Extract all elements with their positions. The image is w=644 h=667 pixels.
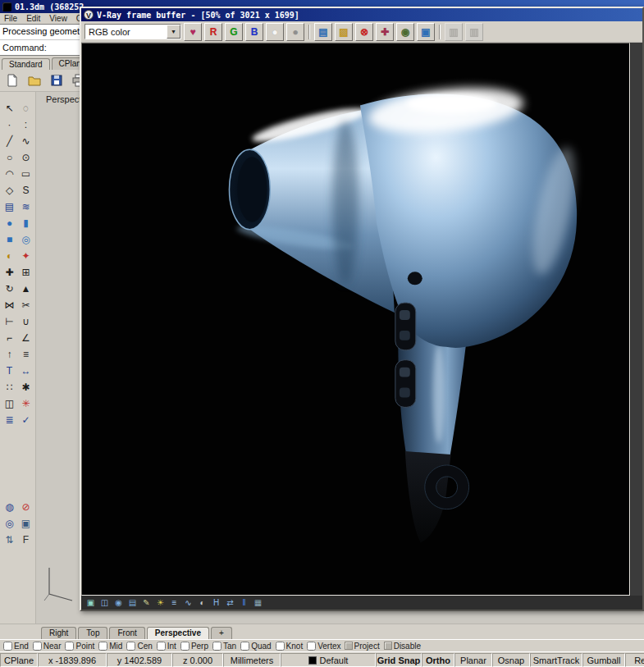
sphere-tool[interactable]: ● xyxy=(2,215,18,231)
status-z-coordinate[interactable]: z 0.000 xyxy=(172,653,223,667)
osnap-cen[interactable]: Cen xyxy=(126,642,152,651)
spotlight-tool[interactable]: ✦ xyxy=(18,248,34,264)
curve-tool[interactable]: ∿ xyxy=(18,133,34,149)
copy-clipboard-tool[interactable]: ◍ xyxy=(2,499,18,515)
point-cloud-tool[interactable]: : xyxy=(18,116,34,133)
osnap-mid[interactable]: Mid xyxy=(98,642,122,651)
filter-tool[interactable]: F xyxy=(18,532,34,548)
chevron-down-icon[interactable]: ▼ xyxy=(167,25,180,39)
status-planar[interactable]: Planar xyxy=(454,653,492,667)
green-channel-button[interactable]: G xyxy=(225,23,243,41)
osnap-end-checkbox[interactable] xyxy=(3,642,12,651)
open-file-button[interactable] xyxy=(25,71,44,89)
swap-tool[interactable]: ⇅ xyxy=(2,532,18,548)
save-file-button[interactable] xyxy=(47,71,66,89)
polar-array-tool[interactable]: ✱ xyxy=(18,379,34,395)
blue-channel-button[interactable]: B xyxy=(245,23,263,41)
osnap-point[interactable]: Point xyxy=(65,642,94,651)
osnap-point-checkbox[interactable] xyxy=(65,642,74,651)
vfb-exposure-icon[interactable]: ◐ xyxy=(197,597,208,608)
osnap-vertex[interactable]: Vertex xyxy=(307,642,340,651)
cylinder-tool[interactable]: ▮ xyxy=(18,215,34,231)
box-tool[interactable]: ■ xyxy=(2,231,18,248)
viewport-tab-front[interactable]: Front xyxy=(109,627,144,639)
vfb-pause-icon[interactable]: ‖ xyxy=(239,597,249,608)
status-smarttrack[interactable]: SmartTrack xyxy=(530,653,582,667)
osnap-tan-checkbox[interactable] xyxy=(212,642,222,651)
rotate-tool[interactable]: ↻ xyxy=(2,281,18,297)
vfb-curves-icon[interactable]: ∿ xyxy=(183,597,194,608)
vfb-history-icon[interactable]: H xyxy=(211,597,222,608)
track-mouse-button[interactable]: ◉ xyxy=(396,23,414,41)
stereo-button[interactable]: ▥ xyxy=(445,23,463,41)
torus-tool[interactable]: ◎ xyxy=(18,231,34,248)
surface-tool[interactable]: ▤ xyxy=(2,199,18,215)
osnap-knot-checkbox[interactable] xyxy=(276,642,285,651)
mirror-tool[interactable]: ⋈ xyxy=(2,297,18,313)
status-ortho[interactable]: Ortho xyxy=(422,653,454,667)
selection-filter-tool[interactable]: ◌ xyxy=(18,100,34,116)
vray-titlebar[interactable]: V V-Ray frame buffer - [50% of 3021 x 16… xyxy=(81,8,642,21)
vfb-info-icon[interactable]: ▦ xyxy=(253,597,263,608)
follow-mouse-button[interactable]: ✚ xyxy=(376,23,394,41)
viewport-tab-new[interactable]: + xyxy=(211,627,232,639)
alpha-channel-button[interactable]: ● xyxy=(266,23,284,41)
red-channel-button[interactable]: R xyxy=(204,23,222,41)
vfb-region-icon[interactable]: ▤ xyxy=(127,597,138,608)
polygon-tool[interactable]: ◇ xyxy=(2,182,18,199)
osnap-near[interactable]: Near xyxy=(33,642,62,651)
explode-tool[interactable]: ✳ xyxy=(18,395,34,412)
viewport-tab-perspective[interactable]: Perspective xyxy=(147,627,209,639)
new-file-button[interactable] xyxy=(2,71,22,89)
extrude-tool[interactable]: ↑ xyxy=(2,346,18,363)
status-x-coordinate[interactable]: x -1839.896 xyxy=(38,653,107,667)
paste-clipboard-tool[interactable]: ◎ xyxy=(2,515,18,532)
text-tool[interactable]: T xyxy=(2,363,18,379)
save-channels-button[interactable]: ▨ xyxy=(335,23,353,41)
layers-tool[interactable]: ≣ xyxy=(2,412,18,428)
vfb-track-icon[interactable]: ◉ xyxy=(113,597,124,608)
osnap-perp[interactable]: Perp xyxy=(180,642,208,651)
status-cplane[interactable]: CPlane xyxy=(0,653,38,667)
osnap-knot[interactable]: Knot xyxy=(276,642,304,651)
osnap-project[interactable]: Project xyxy=(345,642,380,651)
status-gumball[interactable]: Gumball xyxy=(582,653,625,667)
helix-tool[interactable]: S xyxy=(18,182,34,199)
osnap-vertex-checkbox[interactable] xyxy=(307,642,316,651)
offset-tool[interactable]: ≡ xyxy=(18,346,34,363)
osnap-perp-checkbox[interactable] xyxy=(180,642,190,651)
select-tool[interactable]: ↖ xyxy=(2,100,18,116)
arc-tool[interactable]: ◠ xyxy=(2,166,18,182)
copy-tool[interactable]: ⊞ xyxy=(18,264,34,281)
osnap-quad-checkbox[interactable] xyxy=(240,642,249,651)
move-tool[interactable]: ✚ xyxy=(2,264,18,281)
vfb-compare-icon[interactable]: ⇄ xyxy=(225,597,235,608)
vfb-display-icon[interactable]: ◫ xyxy=(99,597,110,608)
toolbar-tab-standard[interactable]: Standard xyxy=(2,58,50,71)
menu-file[interactable]: File xyxy=(4,14,17,23)
analyze-tool[interactable]: ✓ xyxy=(18,412,34,428)
save-image-button[interactable]: ▤ xyxy=(314,23,332,41)
status-osnap[interactable]: Osnap xyxy=(492,653,530,667)
color-swatch-button[interactable]: ♥ xyxy=(184,23,202,41)
viewport-tab-right[interactable]: Right xyxy=(41,627,76,639)
loft-tool[interactable]: ≋ xyxy=(18,199,34,215)
status-record-history[interactable]: Reco xyxy=(625,653,644,667)
vfb-stamp-icon[interactable]: ✎ xyxy=(141,597,152,608)
osnap-tan[interactable]: Tan xyxy=(212,642,236,651)
boolean-tool[interactable]: ◐ xyxy=(2,248,18,264)
trim-tool[interactable]: ✂ xyxy=(18,297,34,313)
osnap-disable[interactable]: Disable xyxy=(384,642,421,651)
join-tool[interactable]: ∪ xyxy=(18,313,34,330)
osnap-int[interactable]: Int xyxy=(157,642,176,651)
scale-tool[interactable]: ▲ xyxy=(18,281,34,297)
group-tool[interactable]: ◫ xyxy=(2,395,18,412)
rectangle-tool[interactable]: ▭ xyxy=(18,166,34,182)
duplicate-to-host-button[interactable]: ▣ xyxy=(417,23,435,41)
dimension-tool[interactable]: ↔ xyxy=(18,363,34,379)
menu-view[interactable]: View xyxy=(49,14,67,23)
status-grid-snap[interactable]: Grid Snap xyxy=(376,653,422,667)
osnap-near-checkbox[interactable] xyxy=(33,642,42,651)
circle-tool[interactable]: ○ xyxy=(2,149,18,166)
status-layer[interactable]: Default xyxy=(281,653,376,667)
